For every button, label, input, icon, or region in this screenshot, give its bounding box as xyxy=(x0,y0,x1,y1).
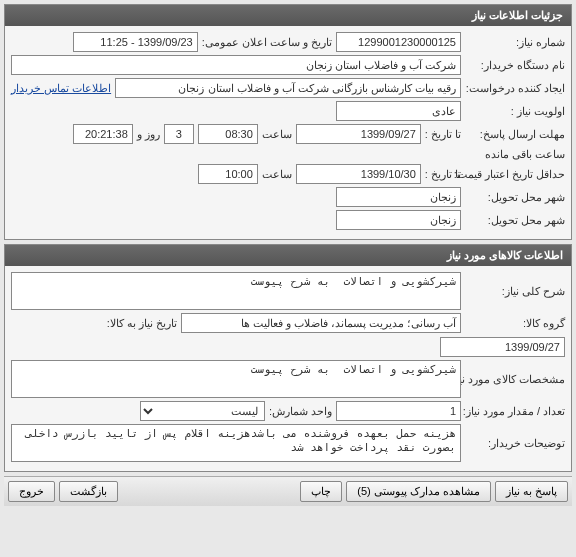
view-attachments-button[interactable]: مشاهده مدارک پیوستی (5) xyxy=(346,481,491,502)
public-datetime-field: 1399/09/23 - 11:25 xyxy=(73,32,198,52)
buyer-notes-field[interactable] xyxy=(11,424,461,462)
min-credit-label: حداقل تاریخ اعتبار قیمت: xyxy=(465,168,565,181)
need-details-panel: جزئیات اطلاعات نیاز شماره نیاز: 12990012… xyxy=(4,4,572,240)
spec-field[interactable] xyxy=(11,360,461,398)
exit-button[interactable]: خروج xyxy=(8,481,55,502)
deadline-date-field: 1399/09/27 xyxy=(296,124,421,144)
to-date-label-2: تا تاریخ : xyxy=(425,168,461,181)
days-label: روز و xyxy=(137,128,160,141)
need-no-field: 1299001230000125 xyxy=(336,32,461,52)
min-credit-time-label: ساعت xyxy=(262,168,292,181)
respond-button[interactable]: پاسخ به نیاز xyxy=(495,481,568,502)
days-field: 3 xyxy=(164,124,194,144)
group-field: آب رسانی؛ مدیریت پسماند، فاضلاب و فعالیت… xyxy=(181,313,461,333)
deadline-label: مهلت ارسال پاسخ: xyxy=(465,128,565,141)
buyer-contact-link[interactable]: اطلاعات تماس خریدار xyxy=(11,82,111,95)
need-details-header: جزئیات اطلاعات نیاز xyxy=(5,5,571,26)
min-credit-date-field: 1399/10/30 xyxy=(296,164,421,184)
goods-panel: اطلاعات کالاهای مورد نیاز شرح کلی نیاز: … xyxy=(4,244,572,472)
deadline-time-label: ساعت xyxy=(262,128,292,141)
need-no-label: شماره نیاز: xyxy=(465,36,565,49)
requester-label: ایجاد کننده درخواست: xyxy=(465,82,565,95)
unit-label: واحد شمارش: xyxy=(269,405,332,418)
delivery-city-field: زنجان xyxy=(336,187,461,207)
delivery-city2-field: زنجان xyxy=(336,210,461,230)
delivery-city-label: شهر محل تحویل: xyxy=(465,191,565,204)
buyer-notes-label: توضیحات خریدار: xyxy=(465,437,565,450)
remain-time-field: 20:21:38 xyxy=(73,124,133,144)
need-date-label: تاریخ نیاز به کالا: xyxy=(107,317,177,330)
buyer-org-field: شرکت آب و فاضلاب استان زنجان xyxy=(11,55,461,75)
general-desc-label: شرح کلی نیاز: xyxy=(465,285,565,298)
priority-label: اولویت نیاز : xyxy=(465,105,565,118)
to-date-label: تا تاریخ : xyxy=(425,128,461,141)
goods-header: اطلاعات کالاهای مورد نیاز xyxy=(5,245,571,266)
priority-field: عادی xyxy=(336,101,461,121)
unit-select[interactable]: لیست xyxy=(140,401,265,421)
back-button[interactable]: بازگشت xyxy=(59,481,118,502)
deadline-time-field: 08:30 xyxy=(198,124,258,144)
qty-field: 1 xyxy=(336,401,461,421)
qty-label: تعداد / مقدار مورد نیاز: xyxy=(465,405,565,418)
general-desc-field[interactable] xyxy=(11,272,461,310)
requester-field: رقیه بیات کارشناس بازرگانی شرکت آب و فاض… xyxy=(115,78,461,98)
buyer-org-label: نام دستگاه خریدار: xyxy=(465,59,565,72)
remain-label: ساعت باقی مانده xyxy=(485,148,565,161)
need-date-field: 1399/09/27 xyxy=(440,337,565,357)
group-label: گروه کالا: xyxy=(465,317,565,330)
spacer xyxy=(122,481,296,502)
spec-label: مشخصات کالای مورد نیاز: xyxy=(465,373,565,386)
button-bar: پاسخ به نیاز مشاهده مدارک پیوستی (5) چاپ… xyxy=(4,476,572,506)
delivery-city2-label: شهر محل تحویل: xyxy=(465,214,565,227)
print-button[interactable]: چاپ xyxy=(300,481,342,502)
min-credit-time-field: 10:00 xyxy=(198,164,258,184)
public-datetime-label: تاریخ و ساعت اعلان عمومی: xyxy=(202,36,332,49)
